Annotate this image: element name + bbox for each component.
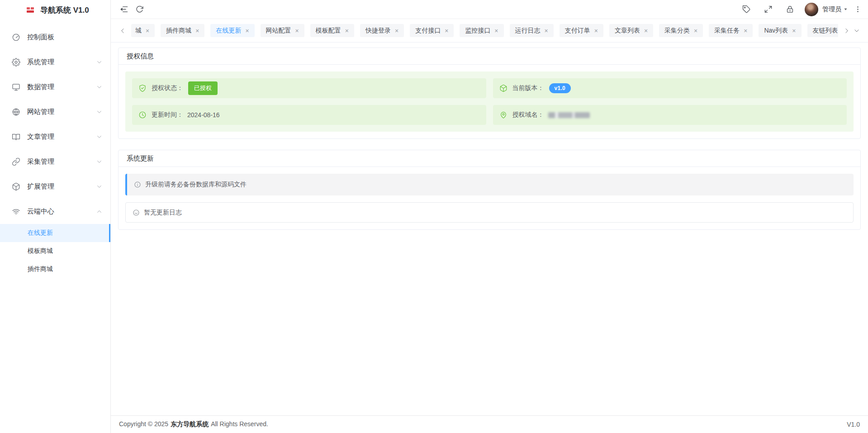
sidebar-item-dashboard[interactable]: 控制面板: [0, 25, 110, 50]
chevron-down-icon: [96, 59, 102, 65]
version-row: 当前版本： v1.0: [493, 78, 847, 98]
sidebar-item-label: 控制面板: [27, 33, 102, 42]
tabs-scroll-left-button[interactable]: [118, 24, 128, 37]
cloud-submenu: 在线更新 模板商城 插件商城: [0, 224, 110, 278]
domain-row: 授权域名：: [493, 105, 847, 125]
collapse-sidebar-button[interactable]: [116, 2, 132, 17]
menu-fold-icon: [120, 5, 128, 14]
chevron-up-icon: [96, 209, 102, 214]
auth-status-row: 授权状态： 已授权: [132, 78, 486, 98]
gear-icon: [12, 58, 20, 67]
backup-alert-text: 升级前请务必备份数据库和源码文件: [145, 181, 247, 189]
tab-friend-links[interactable]: 友链列表×: [807, 24, 838, 37]
clock-icon: [138, 111, 147, 119]
location-pin-icon: [499, 111, 508, 119]
sidebar-subitem-template-mall[interactable]: 模板商城: [0, 242, 110, 260]
tab-quick-login[interactable]: 快捷登录×: [360, 24, 404, 37]
tab-close-icon[interactable]: ×: [345, 28, 349, 34]
sidebar-item-label: 网站管理: [27, 108, 96, 116]
tag-button[interactable]: [739, 2, 754, 17]
tab-payment-orders[interactable]: 支付订单×: [560, 24, 603, 37]
refresh-button[interactable]: [132, 2, 147, 17]
monitor-icon: [12, 83, 20, 91]
version-label: 当前版本：: [512, 84, 544, 92]
sidebar-item-label: 数据管理: [27, 83, 96, 91]
chevron-right-icon: [844, 28, 850, 34]
tab-close-icon[interactable]: ×: [545, 28, 548, 34]
wifi-icon: [12, 207, 20, 216]
footer: Copyright © 2025东方导航系统All Rights Reserve…: [111, 415, 868, 433]
lock-button[interactable]: [782, 2, 797, 17]
more-menu-button[interactable]: [852, 2, 863, 17]
backup-alert: 升级前请务必备份数据库和源码文件: [125, 174, 854, 195]
sidebar-item-cloud[interactable]: 云端中心: [0, 199, 110, 224]
tab-payment-api[interactable]: 支付接口×: [410, 24, 454, 37]
app-title: 导航系统 V1.0: [40, 5, 89, 15]
sidebar: 导航系统 V1.0 控制面板 系统管理 数据管理 网站管理: [0, 0, 111, 433]
logo: 导航系统 V1.0: [0, 0, 110, 20]
tab-close-icon[interactable]: ×: [644, 28, 648, 34]
caret-down-icon: [843, 7, 848, 12]
tab-nav-list[interactable]: Nav列表×: [759, 24, 801, 37]
tab-run-log[interactable]: 运行日志×: [510, 24, 554, 37]
sidebar-item-label: 采集管理: [27, 157, 96, 166]
smile-icon: [133, 209, 140, 216]
tab-close-icon[interactable]: ×: [694, 28, 697, 34]
tab-collect-task[interactable]: 采集任务×: [709, 24, 753, 37]
lock-icon: [786, 5, 794, 14]
tab-close-icon[interactable]: ×: [195, 28, 199, 34]
sidebar-subitem-label: 在线更新: [28, 229, 53, 237]
sidebar-subitem-online-update[interactable]: 在线更新: [0, 224, 110, 242]
tab-website-config[interactable]: 网站配置×: [261, 24, 304, 37]
tab-close-icon[interactable]: ×: [494, 28, 498, 34]
dashboard-icon: [12, 33, 20, 42]
sidebar-item-system[interactable]: 系统管理: [0, 50, 110, 75]
user-menu[interactable]: 管理员: [805, 3, 848, 16]
tab-monitor-api[interactable]: 监控接口×: [460, 24, 503, 37]
tabs-scroll-right-button[interactable]: [842, 24, 852, 37]
tabs: 城× 插件商城× 在线更新× 网站配置× 模板配置× 快捷登录× 支付接口× 监…: [131, 24, 838, 37]
tab-close-icon[interactable]: ×: [744, 28, 747, 34]
domain-value-redacted: [548, 112, 590, 118]
tabs-dropdown-button[interactable]: [852, 24, 862, 37]
updated-row: 更新时间： 2024-08-16: [132, 105, 486, 125]
tab-close-icon[interactable]: ×: [445, 28, 448, 34]
fullscreen-button[interactable]: [760, 2, 776, 17]
auth-status-label: 授权状态：: [152, 84, 183, 92]
logo-icon: [27, 7, 34, 13]
sidebar-item-website[interactable]: 网站管理: [0, 100, 110, 124]
tab-close-icon[interactable]: ×: [792, 28, 796, 34]
tab-close-icon[interactable]: ×: [245, 28, 249, 34]
sidebar-subitem-plugin-mall[interactable]: 插件商城: [0, 260, 110, 278]
tab-template-config[interactable]: 模板配置×: [310, 24, 354, 37]
kebab-icon: [854, 5, 862, 13]
sidebar-item-collect[interactable]: 采集管理: [0, 149, 110, 174]
globe-icon: [12, 108, 20, 116]
tab-article-list[interactable]: 文章列表×: [609, 24, 653, 37]
tab-online-update[interactable]: 在线更新×: [210, 24, 254, 37]
tab-close-icon[interactable]: ×: [594, 28, 598, 34]
chevron-down-icon: [96, 159, 102, 165]
footer-version: V1.0: [847, 421, 860, 428]
sidebar-item-label: 扩展管理: [27, 182, 96, 191]
chevron-left-icon: [119, 28, 126, 34]
cube-icon: [12, 182, 20, 191]
sidebar-item-article[interactable]: 文章管理: [0, 124, 110, 149]
refresh-icon: [135, 5, 144, 14]
sidebar-item-label: 云端中心: [27, 207, 96, 216]
copyright: Copyright © 2025东方导航系统All Rights Reserve…: [119, 420, 268, 428]
fullscreen-icon: [764, 5, 773, 14]
tab-close-icon[interactable]: ×: [295, 28, 299, 34]
sidebar-item-label: 文章管理: [27, 133, 96, 141]
tab-plugin-mall[interactable]: 插件商城×: [161, 24, 204, 37]
tab-close-icon[interactable]: ×: [395, 28, 398, 34]
tab-close-icon[interactable]: ×: [146, 28, 149, 34]
sidebar-item-data[interactable]: 数据管理: [0, 75, 110, 100]
book-icon: [12, 133, 20, 141]
sidebar-item-extension[interactable]: 扩展管理: [0, 174, 110, 199]
tab-clipped-mall[interactable]: 城×: [131, 24, 155, 37]
sidebar-menu: 控制面板 系统管理 数据管理 网站管理 文章管理: [0, 20, 110, 278]
avatar: [805, 3, 818, 16]
tab-collect-category[interactable]: 采集分类×: [659, 24, 703, 37]
update-card: 系统更新 升级前请务必备份数据库和源码文件 暂无更新日志: [118, 150, 861, 230]
